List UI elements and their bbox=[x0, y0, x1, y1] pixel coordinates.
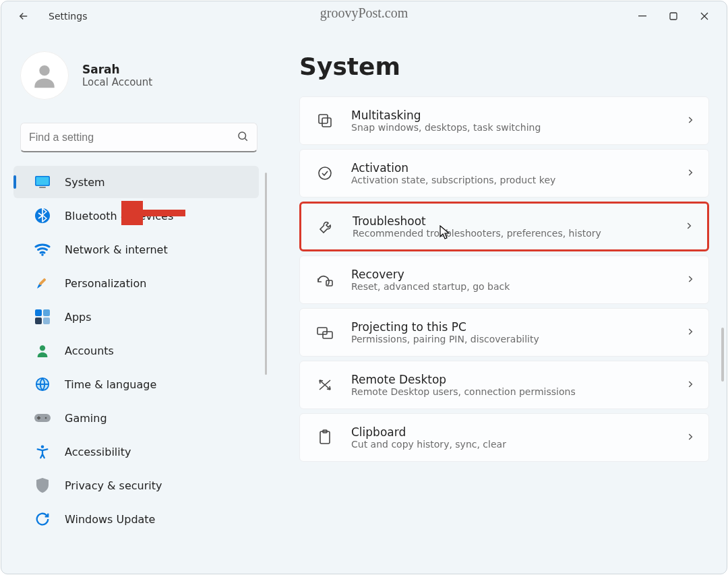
nav-label: Personalization bbox=[65, 277, 146, 290]
sidebar-item-system[interactable]: System bbox=[13, 166, 259, 198]
svg-rect-23 bbox=[319, 115, 328, 123]
multitask-icon bbox=[313, 113, 336, 129]
card-desc: Cut and copy history, sync, clear bbox=[351, 439, 506, 450]
check-icon bbox=[313, 165, 336, 181]
search-input[interactable] bbox=[29, 131, 237, 144]
card-remote-desktop[interactable]: Remote DesktopRemote Desktop users, conn… bbox=[299, 361, 709, 409]
project-icon bbox=[313, 325, 336, 340]
settings-window: Settings groovyPost.com Sarah Local Acco… bbox=[1, 1, 727, 574]
card-desc: Permissions, pairing PIN, discoverabilit… bbox=[351, 334, 539, 344]
svg-point-9 bbox=[41, 253, 44, 256]
chevron-right-icon bbox=[686, 115, 695, 127]
svg-rect-17 bbox=[34, 414, 51, 422]
chevron-right-icon bbox=[686, 167, 695, 180]
nav-label: System bbox=[65, 176, 105, 189]
card-title: Remote Desktop bbox=[351, 373, 576, 386]
svg-point-25 bbox=[319, 167, 331, 179]
search-icon bbox=[237, 130, 249, 145]
card-recovery[interactable]: RecoveryReset, advanced startup, go back bbox=[299, 255, 709, 304]
card-desc: Snap windows, desktops, task switching bbox=[351, 122, 541, 133]
card-title: Projecting to this PC bbox=[351, 320, 539, 334]
svg-rect-12 bbox=[43, 309, 50, 316]
nav-label: Privacy & security bbox=[65, 479, 162, 492]
card-title: Multitasking bbox=[351, 109, 541, 122]
sidebar-item-accounts[interactable]: Accounts bbox=[13, 334, 259, 367]
svg-point-19 bbox=[45, 417, 47, 419]
minimize-button[interactable] bbox=[627, 5, 658, 27]
card-multitasking[interactable]: MultitaskingSnap windows, desktops, task… bbox=[299, 96, 709, 145]
annotation-arrow bbox=[121, 201, 189, 228]
sidebar-item-apps[interactable]: Apps bbox=[13, 301, 259, 333]
card-clipboard[interactable]: ClipboardCut and copy history, sync, cle… bbox=[299, 413, 709, 462]
sidebar-item-accessibility[interactable]: Accessibility bbox=[13, 435, 259, 468]
sidebar-item-privacy[interactable]: Privacy & security bbox=[13, 469, 259, 502]
svg-rect-5 bbox=[36, 177, 49, 185]
back-button[interactable] bbox=[18, 10, 39, 22]
titlebar: Settings groovyPost.com bbox=[1, 1, 727, 31]
wrench-icon bbox=[315, 218, 338, 235]
globe-icon bbox=[34, 375, 51, 393]
svg-rect-0 bbox=[638, 16, 646, 16]
nav-label: Accounts bbox=[65, 344, 114, 357]
brush-icon bbox=[34, 274, 51, 292]
chevron-right-icon bbox=[686, 326, 695, 339]
card-troubleshoot[interactable]: TroubleshootRecommended troubleshooters,… bbox=[299, 202, 709, 251]
system-icon bbox=[34, 173, 51, 191]
svg-rect-27 bbox=[317, 328, 327, 334]
remote-icon bbox=[313, 377, 336, 392]
svg-rect-1 bbox=[670, 13, 677, 20]
clipboard-icon bbox=[313, 429, 336, 446]
settings-list: MultitaskingSnap windows, desktops, task… bbox=[299, 96, 709, 462]
wifi-icon bbox=[34, 241, 51, 258]
mouse-cursor-icon bbox=[439, 225, 452, 243]
chevron-right-icon bbox=[686, 379, 695, 392]
sidebar-item-update[interactable]: Windows Update bbox=[13, 503, 259, 535]
svg-point-15 bbox=[40, 345, 45, 351]
gamepad-icon bbox=[34, 409, 51, 427]
profile-type: Local Account bbox=[82, 76, 152, 88]
person-icon bbox=[34, 342, 51, 359]
svg-rect-13 bbox=[35, 317, 42, 324]
card-desc: Reset, advanced startup, go back bbox=[351, 281, 510, 292]
maximize-button[interactable] bbox=[658, 5, 689, 27]
page-title: System bbox=[299, 53, 709, 80]
nav-label: Accessibility bbox=[65, 446, 131, 458]
svg-point-22 bbox=[41, 445, 44, 448]
sidebar-item-time[interactable]: Time & language bbox=[13, 368, 259, 400]
close-button[interactable] bbox=[689, 5, 720, 27]
avatar-icon bbox=[20, 51, 69, 100]
profile-block[interactable]: Sarah Local Account bbox=[1, 51, 266, 116]
watermark-text: groovyPost.com bbox=[320, 5, 408, 21]
apps-icon bbox=[34, 308, 51, 326]
bluetooth-icon bbox=[34, 207, 51, 224]
nav-label: Gaming bbox=[65, 412, 107, 425]
nav-list: System Bluetooth & devices Network & int… bbox=[1, 166, 266, 535]
card-title: Recovery bbox=[351, 268, 510, 281]
chevron-right-icon bbox=[686, 274, 695, 286]
svg-rect-21 bbox=[38, 417, 40, 420]
accessibility-icon bbox=[34, 443, 51, 460]
card-projecting[interactable]: Projecting to this PCPermissions, pairin… bbox=[299, 308, 709, 357]
card-desc: Recommended troubleshooters, preferences… bbox=[353, 228, 601, 239]
main-scrollbar[interactable] bbox=[721, 328, 724, 382]
sidebar-scrollbar[interactable] bbox=[265, 173, 267, 375]
sidebar: Sarah Local Account System bbox=[1, 31, 270, 574]
nav-label: Network & internet bbox=[65, 243, 168, 256]
shield-icon bbox=[34, 477, 51, 494]
svg-rect-6 bbox=[39, 187, 46, 188]
nav-label: Windows Update bbox=[65, 513, 155, 526]
chevron-right-icon bbox=[686, 431, 695, 444]
chevron-right-icon bbox=[684, 220, 694, 233]
svg-rect-11 bbox=[35, 309, 42, 316]
sidebar-item-personalization[interactable]: Personalization bbox=[13, 267, 259, 299]
sidebar-item-network[interactable]: Network & internet bbox=[13, 233, 259, 266]
svg-point-2 bbox=[39, 65, 49, 75]
search-box[interactable] bbox=[20, 123, 257, 152]
svg-rect-14 bbox=[43, 317, 50, 324]
profile-name: Sarah bbox=[82, 63, 152, 76]
sidebar-item-gaming[interactable]: Gaming bbox=[13, 402, 259, 434]
svg-rect-28 bbox=[323, 332, 332, 338]
card-activation[interactable]: ActivationActivation state, subscription… bbox=[299, 149, 709, 198]
recovery-icon bbox=[313, 272, 336, 287]
card-title: Clipboard bbox=[351, 425, 506, 439]
